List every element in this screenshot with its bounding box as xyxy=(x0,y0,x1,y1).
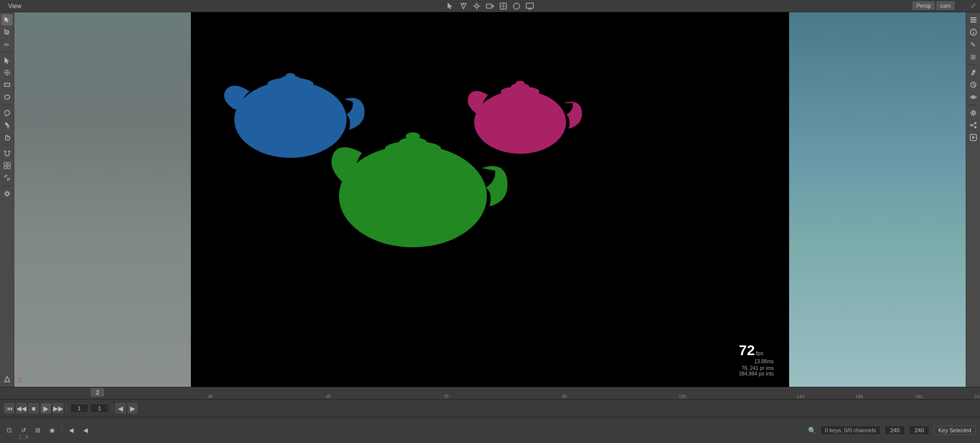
svg-rect-18 xyxy=(5,83,10,86)
svg-rect-26 xyxy=(4,166,7,169)
channel-tool1[interactable]: ⊡ xyxy=(4,425,14,435)
channel-nav-left[interactable]: ◀ xyxy=(66,425,76,435)
channel-tool4[interactable]: ◉ xyxy=(47,425,57,435)
mark-96: 96 xyxy=(562,394,567,399)
right-panel xyxy=(789,12,966,387)
fps-ms: 13.88ms xyxy=(739,359,774,364)
rtool-clock[interactable] xyxy=(968,79,979,90)
square-icon[interactable] xyxy=(498,1,508,11)
separator3 xyxy=(2,145,12,146)
tool-lasso[interactable] xyxy=(2,107,13,119)
cam-dropdown[interactable]: cam xyxy=(937,2,954,10)
render-area[interactable]: 72 fps 13.88ms 76, 241 pr ims 384,984 po… xyxy=(191,12,789,387)
toolbar-icons xyxy=(445,1,535,11)
svg-point-52 xyxy=(970,124,972,126)
viewport-dropdowns: Persp cam xyxy=(913,2,954,10)
rtool-info[interactable] xyxy=(968,27,979,38)
tool-square[interactable] xyxy=(2,79,13,90)
circle-icon[interactable] xyxy=(511,1,522,11)
monitor-icon[interactable] xyxy=(525,1,535,11)
left-panel xyxy=(14,12,191,387)
separator2 xyxy=(2,105,12,105)
extra-ctrl[interactable]: ◀ xyxy=(115,403,126,413)
ch-sep1 xyxy=(61,426,62,434)
persp-dropdown[interactable]: Persp xyxy=(913,2,935,10)
svg-rect-25 xyxy=(8,162,10,165)
channel-bar: ⊡ ↺ ⊞ ◉ ◀ ◀ 🔍 0 keys, 0/0 channels 240 2… xyxy=(0,417,980,443)
svg-rect-43 xyxy=(970,21,976,22)
svg-point-53 xyxy=(974,122,976,124)
rtool-link[interactable] xyxy=(968,67,979,78)
channel-end: 🔍 0 keys, 0/0 channels 240 240 Key Selec… xyxy=(808,426,976,435)
channel-tool3[interactable]: ⊞ xyxy=(33,425,43,435)
rtool-render[interactable] xyxy=(968,132,979,143)
timeline-ruler[interactable]: 24 48 72 96 120 144 168 192 216 xyxy=(92,387,980,399)
svg-marker-58 xyxy=(972,136,975,139)
rtool-pen[interactable]: ✎ xyxy=(968,39,979,50)
transform-tool[interactable] xyxy=(2,27,13,38)
tool-rotate[interactable] xyxy=(2,172,13,183)
right-toolbar: ✎ ⊞ xyxy=(966,12,980,387)
mark-144: 144 xyxy=(797,394,804,399)
tool-cross[interactable] xyxy=(2,67,13,78)
timeline: 2 24 48 72 96 120 144 168 192 216 xyxy=(0,387,980,400)
stop-button[interactable]: ■ xyxy=(29,403,39,413)
camera-icon[interactable] xyxy=(485,1,495,11)
tool-magnet[interactable] xyxy=(2,148,13,159)
svg-point-54 xyxy=(974,126,976,128)
svg-point-50 xyxy=(972,96,974,98)
mark-72: 72 xyxy=(444,394,449,399)
tool-circle[interactable] xyxy=(2,91,13,103)
svg-line-55 xyxy=(972,124,974,125)
tool-bottom[interactable] xyxy=(2,374,13,385)
next-button[interactable]: ▶▶ xyxy=(53,403,63,413)
arrow-icon[interactable] xyxy=(458,1,469,11)
svg-line-49 xyxy=(973,85,975,86)
rtool-settings[interactable] xyxy=(968,107,979,119)
axis-y: X xyxy=(25,434,29,440)
svg-point-36 xyxy=(406,132,420,141)
tool-gear[interactable] xyxy=(2,188,13,199)
sep2 xyxy=(112,404,112,412)
channel-search-icon[interactable]: 🔍 xyxy=(808,427,816,434)
svg-rect-27 xyxy=(8,166,10,169)
end-frame1[interactable]: 240 xyxy=(885,426,905,435)
rsep2 xyxy=(968,105,978,105)
tool-arrow[interactable] xyxy=(2,55,13,66)
rtool-eye[interactable] xyxy=(968,91,979,103)
pencil-tool[interactable]: ✏ xyxy=(2,39,13,50)
end-frame2[interactable]: 240 xyxy=(909,426,929,435)
expand-icon[interactable]: ⤢ xyxy=(971,2,976,9)
top-bar: View Persp cam ⤢ xyxy=(0,0,980,12)
select-tool[interactable] xyxy=(2,14,13,26)
tool-grab[interactable] xyxy=(2,132,13,143)
rtool-expand[interactable]: ⊞ xyxy=(968,51,979,62)
svg-point-51 xyxy=(972,112,974,114)
rtool-layers[interactable] xyxy=(968,14,979,26)
mark-48: 48 xyxy=(326,394,331,399)
svg-rect-6 xyxy=(486,4,492,8)
separator1 xyxy=(2,52,12,53)
points-info: 384,984 po ints xyxy=(739,371,774,377)
prev-button[interactable]: ◀◀ xyxy=(16,403,27,413)
left-toolbar: ✏ xyxy=(0,12,14,387)
frame-current[interactable]: 1 xyxy=(90,404,109,413)
channel-nav-right[interactable]: ◀ xyxy=(80,425,90,435)
fps-unit: fps xyxy=(756,350,764,356)
tool-grid[interactable] xyxy=(2,160,13,171)
skip-start-button[interactable]: ⏮ xyxy=(4,403,14,413)
playback-controls: ⏮ ◀◀ ■ ▶ ▶▶ 1 1 ◀ ▶ Z_X xyxy=(0,400,980,418)
key-selected-badge: Key Selected xyxy=(934,426,976,435)
cursor-icon[interactable] xyxy=(445,1,455,11)
axis-x-label: Z xyxy=(18,377,21,383)
rtool-nodes[interactable] xyxy=(968,120,979,131)
svg-point-37 xyxy=(474,90,566,154)
view-menu[interactable]: View xyxy=(4,2,26,11)
tool-paint[interactable] xyxy=(2,120,13,131)
svg-point-19 xyxy=(5,95,10,99)
frame-start[interactable]: 1 xyxy=(70,404,88,413)
play-button[interactable]: ▶ xyxy=(41,403,51,413)
move-icon[interactable] xyxy=(472,1,482,11)
svg-rect-41 xyxy=(970,17,976,18)
step-ctrl[interactable]: ▶ xyxy=(128,403,138,413)
